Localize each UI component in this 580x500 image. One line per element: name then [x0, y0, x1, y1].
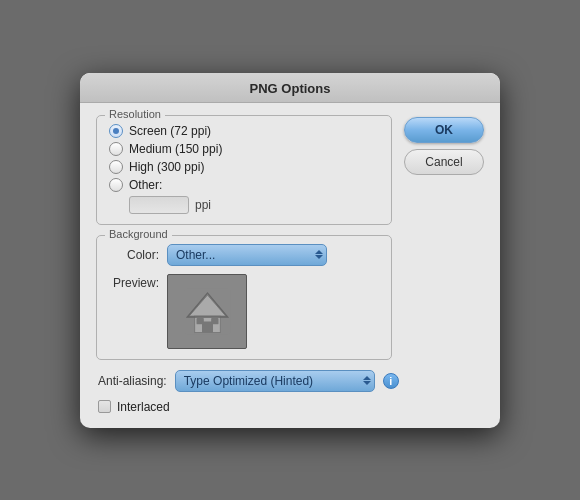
radio-medium-row[interactable]: Medium (150 ppi) [109, 142, 379, 156]
radio-other-row[interactable]: Other: [109, 178, 379, 192]
png-options-dialog: PNG Options Resolution Screen (72 ppi) [80, 73, 500, 428]
radio-high-label: High (300 ppi) [129, 160, 204, 174]
dialog-title: PNG Options [80, 73, 500, 103]
ppi-input[interactable] [129, 196, 189, 214]
antialias-select-wrapper: Type Optimized (Hinted) [175, 370, 375, 392]
radio-medium-label: Medium (150 ppi) [129, 142, 222, 156]
radio-screen[interactable] [109, 124, 123, 138]
preview-label: Preview: [109, 274, 159, 290]
main-row: Resolution Screen (72 ppi) Medium (150 p… [96, 115, 484, 360]
preview-row: Preview: [109, 274, 379, 349]
radio-screen-label: Screen (72 ppi) [129, 124, 211, 138]
radio-high[interactable] [109, 160, 123, 174]
svg-rect-4 [196, 317, 203, 323]
ppi-unit-label: ppi [195, 198, 211, 212]
background-group-label: Background [105, 228, 172, 240]
radio-high-row[interactable]: High (300 ppi) [109, 160, 379, 174]
interlaced-row[interactable]: Interlaced [98, 400, 482, 414]
preview-box [167, 274, 247, 349]
radio-medium[interactable] [109, 142, 123, 156]
radio-other-label: Other: [129, 178, 162, 192]
radio-other[interactable] [109, 178, 123, 192]
color-select-wrapper: Other... [167, 244, 327, 266]
info-icon[interactable]: i [383, 373, 399, 389]
resolution-group-label: Resolution [105, 108, 165, 120]
radio-screen-row[interactable]: Screen (72 ppi) [109, 124, 379, 138]
color-row: Color: Other... [109, 244, 379, 266]
ok-button[interactable]: OK [404, 117, 484, 143]
cancel-button[interactable]: Cancel [404, 149, 484, 175]
dialog-body: Resolution Screen (72 ppi) Medium (150 p… [80, 103, 500, 428]
color-select[interactable]: Other... [167, 244, 327, 266]
resolution-group: Resolution Screen (72 ppi) Medium (150 p… [96, 115, 392, 225]
house-preview-icon [180, 284, 235, 339]
svg-rect-5 [211, 317, 218, 323]
antialias-select[interactable]: Type Optimized (Hinted) [175, 370, 375, 392]
color-label: Color: [109, 248, 159, 262]
left-column: Resolution Screen (72 ppi) Medium (150 p… [96, 115, 392, 360]
interlaced-checkbox[interactable] [98, 400, 111, 413]
bottom-section: Anti-aliasing: Type Optimized (Hinted) i… [96, 370, 484, 414]
antialias-row: Anti-aliasing: Type Optimized (Hinted) i [98, 370, 482, 392]
antialias-label: Anti-aliasing: [98, 374, 167, 388]
interlaced-label: Interlaced [117, 400, 170, 414]
radio-dot [113, 128, 119, 134]
background-group: Background Color: Other... [96, 235, 392, 360]
right-column: OK Cancel [404, 115, 484, 175]
